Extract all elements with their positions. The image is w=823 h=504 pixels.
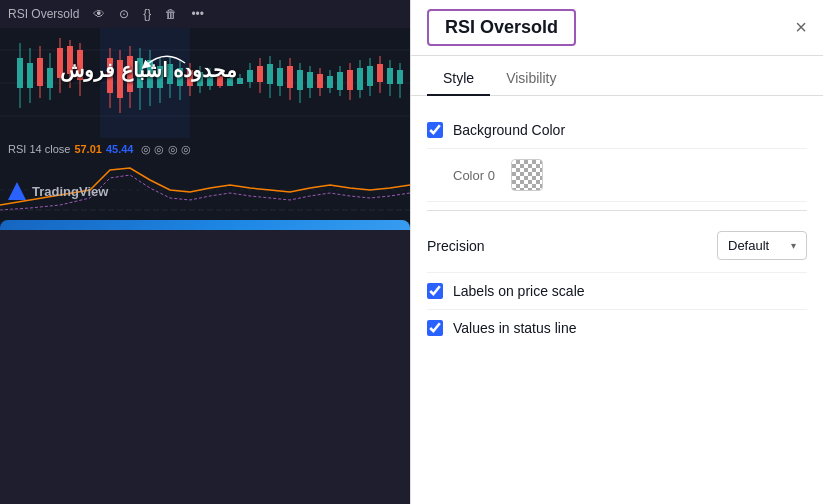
svg-rect-58 [297, 70, 303, 90]
tab-visibility[interactable]: Visibility [490, 62, 572, 96]
svg-rect-70 [357, 68, 363, 90]
svg-rect-60 [307, 72, 313, 88]
svg-rect-78 [397, 70, 403, 84]
bg-color-row: Background Color [427, 112, 807, 149]
color0-row: Color 0 [427, 149, 807, 202]
tv-text-label: TradingView [32, 184, 108, 199]
indicator-bar: RSI Oversold 👁 ⊙ {} 🗑 ••• [0, 0, 410, 28]
color0-swatch[interactable] [511, 159, 543, 191]
rsi-label-text: RSI 14 close [8, 143, 70, 155]
tradingview-watermark: TradingView [8, 182, 108, 200]
svg-rect-8 [27, 63, 33, 88]
tv-logo-icon [8, 182, 26, 200]
rsi-label-row: RSI 14 close 57.01 45.44 ◎ ◎ ◎ ◎ [0, 138, 410, 160]
dialog-header: RSI Oversold × [411, 0, 823, 56]
values-in-status-line-label: Values in status line [453, 320, 807, 336]
svg-rect-62 [317, 74, 323, 88]
svg-rect-72 [367, 66, 373, 86]
svg-rect-50 [257, 66, 263, 82]
more-icon[interactable]: ••• [187, 5, 208, 23]
bg-color-label: Background Color [453, 122, 807, 138]
values-in-status-line-checkbox[interactable] [427, 320, 443, 336]
chart-area: RSI Oversold 👁 ⊙ {} 🗑 ••• [0, 0, 410, 230]
svg-rect-68 [347, 70, 353, 90]
precision-row: Precision Default ▾ [427, 219, 807, 273]
precision-select[interactable]: Default ▾ [717, 231, 807, 260]
svg-rect-54 [277, 68, 283, 86]
candlestick-chart [0, 28, 410, 138]
svg-rect-4 [100, 28, 190, 138]
svg-rect-10 [37, 58, 43, 86]
values-in-status-line-row: Values in status line [427, 310, 807, 346]
settings-panel: RSI Oversold × Style Visibility Backgrou… [410, 0, 823, 504]
delete-icon[interactable]: 🗑 [161, 5, 181, 23]
tab-style[interactable]: Style [427, 62, 490, 96]
braces-icon[interactable]: {} [139, 5, 155, 23]
labels-on-price-scale-checkbox[interactable] [427, 283, 443, 299]
target-icon[interactable]: ⊙ [115, 5, 133, 23]
rsi-value2: 45.44 [106, 143, 134, 155]
eye-icon[interactable]: 👁 [89, 5, 109, 23]
color0-label: Color 0 [453, 168, 495, 183]
svg-rect-12 [47, 68, 53, 88]
oversold-label: محدوده اشباع فروش [60, 58, 237, 82]
rsi-value1: 57.01 [74, 143, 102, 155]
svg-rect-46 [237, 78, 243, 84]
svg-rect-66 [337, 72, 343, 90]
precision-label: Precision [427, 238, 717, 254]
dialog-body: Background Color Color 0 Precision Defau… [411, 96, 823, 362]
svg-rect-74 [377, 64, 383, 82]
svg-rect-48 [247, 70, 253, 82]
dialog-tabs: Style Visibility [411, 56, 823, 96]
svg-rect-64 [327, 76, 333, 88]
chevron-down-icon: ▾ [791, 240, 796, 251]
svg-rect-6 [17, 58, 23, 88]
close-button[interactable]: × [795, 16, 807, 39]
indicator-bar-label: RSI Oversold [8, 7, 79, 21]
divider [427, 210, 807, 211]
rsi-dots: ◎ ◎ ◎ ◎ [141, 143, 190, 156]
dialog-title: RSI Oversold [427, 9, 576, 46]
blue-banner: فیلتر اندیکاتور rsi (اشباع فروش) [0, 220, 410, 230]
precision-value: Default [728, 238, 769, 253]
labels-on-price-scale-row: Labels on price scale [427, 273, 807, 310]
bg-color-checkbox[interactable] [427, 122, 443, 138]
svg-rect-56 [287, 66, 293, 88]
svg-rect-52 [267, 64, 273, 84]
indicator-bar-icons: 👁 ⊙ {} 🗑 ••• [89, 5, 208, 23]
svg-rect-76 [387, 68, 393, 84]
labels-on-price-scale-label: Labels on price scale [453, 283, 807, 299]
